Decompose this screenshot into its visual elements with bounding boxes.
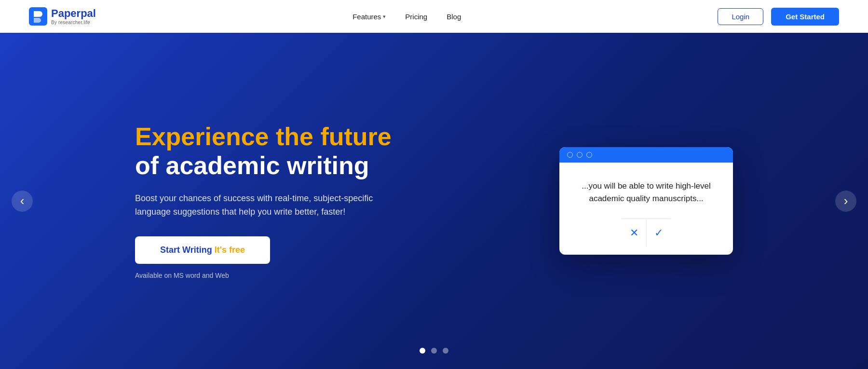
get-started-button[interactable]: Get Started — [771, 8, 839, 26]
carousel-dot-3[interactable] — [443, 348, 448, 354]
available-text: Available on MS word and Web — [135, 272, 405, 279]
carousel-dot-1[interactable] — [420, 348, 425, 354]
reject-icon: ✕ — [630, 227, 638, 239]
browser-dot-3 — [586, 152, 592, 158]
login-button[interactable]: Login — [718, 8, 763, 25]
browser-actions: ✕ ✓ — [622, 219, 671, 247]
browser-content: ...you will be able to write high-level … — [559, 163, 733, 255]
browser-title-bar — [559, 147, 733, 163]
logo-subtitle: By researcher.life — [51, 20, 96, 25]
logo-name: Paperpal — [51, 8, 96, 19]
paperpal-logo-icon — [29, 7, 47, 26]
browser-dot-1 — [567, 152, 573, 158]
browser-mockup: ...you will be able to write high-level … — [559, 147, 733, 255]
hero-left: Experience the future of academic writin… — [135, 123, 405, 279]
reject-action[interactable]: ✕ — [622, 219, 647, 247]
hero-section: ‹ Experience the future of academic writ… — [0, 33, 868, 369]
hero-title: Experience the future of academic writin… — [135, 123, 405, 180]
hero-right: ...you will be able to write high-level … — [559, 147, 733, 255]
arrow-left-icon: ‹ — [20, 193, 25, 208]
chevron-down-icon: ▾ — [383, 14, 386, 20]
nav-links: Features ▾ Pricing Blog — [353, 13, 461, 21]
carousel-next-button[interactable]: › — [835, 191, 856, 212]
carousel-dot-2[interactable] — [431, 348, 437, 354]
hero-inner: Experience the future of academic writin… — [96, 123, 772, 279]
carousel-prev-button[interactable]: ‹ — [12, 191, 33, 212]
nav-pricing[interactable]: Pricing — [405, 13, 427, 21]
hero-title-white: of academic writing — [135, 151, 369, 179]
browser-dot-2 — [577, 152, 583, 158]
accept-action[interactable]: ✓ — [647, 219, 671, 247]
nav-blog[interactable]: Blog — [447, 13, 461, 21]
accept-icon: ✓ — [654, 227, 663, 239]
nav-actions: Login Get Started — [718, 8, 839, 26]
cta-free: It's free — [215, 245, 245, 255]
logo[interactable]: Paperpal By researcher.life — [29, 7, 96, 26]
nav-features[interactable]: Features ▾ — [353, 13, 386, 21]
logo-text: Paperpal By researcher.life — [51, 8, 96, 25]
hero-description: Boost your chances of success with real-… — [135, 192, 405, 219]
browser-suggestion-text: ...you will be able to write high-level … — [575, 180, 718, 205]
arrow-right-icon: › — [844, 193, 848, 208]
carousel-dots — [420, 348, 448, 354]
start-writing-button[interactable]: Start Writing It's free — [135, 236, 270, 264]
hero-title-highlight: Experience the future — [135, 123, 392, 150]
cta-bold: Start Writing — [160, 245, 212, 255]
navbar: Paperpal By researcher.life Features ▾ P… — [0, 0, 868, 33]
